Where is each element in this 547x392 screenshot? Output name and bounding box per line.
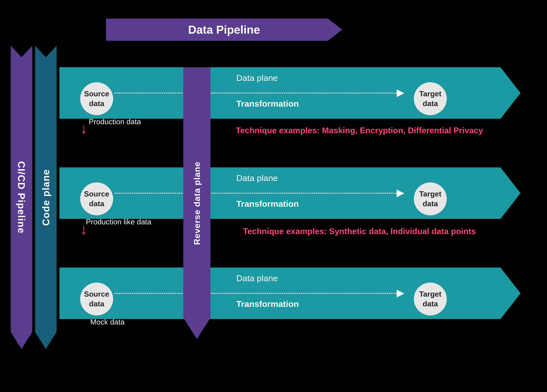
row3-arrow-tip: ▶ bbox=[397, 287, 404, 299]
down-arrow-1: ↓ bbox=[80, 120, 87, 137]
row3-transformation-label: Transformation bbox=[236, 299, 299, 309]
technique-text-2: Technique examples: Synthetic data, Indi… bbox=[223, 225, 495, 237]
row1-source-circle: Source data bbox=[80, 82, 113, 115]
row2-source-circle: Source data bbox=[80, 182, 113, 215]
row2-production-label: Production like data bbox=[86, 218, 151, 226]
code-plane-label: Code plane bbox=[40, 169, 51, 226]
row2-data-plane-label: Data plane bbox=[236, 173, 278, 183]
row2-transformation-label: Transformation bbox=[236, 199, 299, 209]
cicd-label: CI/CD Pipeline bbox=[16, 161, 27, 234]
row1-data-plane-label: Data plane bbox=[236, 73, 278, 83]
main-container: CI/CD Pipeline Code plane Data Pipeline … bbox=[0, 0, 547, 392]
row1-dashed-line bbox=[115, 93, 401, 93]
row3-dashed-line bbox=[115, 293, 401, 294]
technique-text-1: Technique examples: Masking, Encryption,… bbox=[223, 125, 495, 136]
data-pipeline-label: Data Pipeline bbox=[188, 23, 260, 36]
down-arrow-2: ↓ bbox=[80, 221, 87, 238]
row1-production-label: Production data bbox=[89, 117, 141, 126]
reverse-data-plane-label: Reverse data plane bbox=[192, 161, 202, 245]
row3-production-label: Mock data bbox=[90, 318, 125, 326]
row2-dashed-line bbox=[115, 193, 401, 193]
row2-arrow-tip: ▶ bbox=[397, 187, 404, 199]
row3-source-circle: Source data bbox=[80, 283, 113, 315]
row1-target-circle: Target data bbox=[414, 82, 447, 115]
row1-arrow-tip: ▶ bbox=[397, 86, 404, 98]
row3-data-plane-label: Data plane bbox=[236, 273, 278, 283]
row3-target-circle: Target data bbox=[414, 283, 447, 315]
row2-target-circle: Target data bbox=[414, 182, 447, 215]
row1-transformation-label: Transformation bbox=[236, 99, 299, 109]
